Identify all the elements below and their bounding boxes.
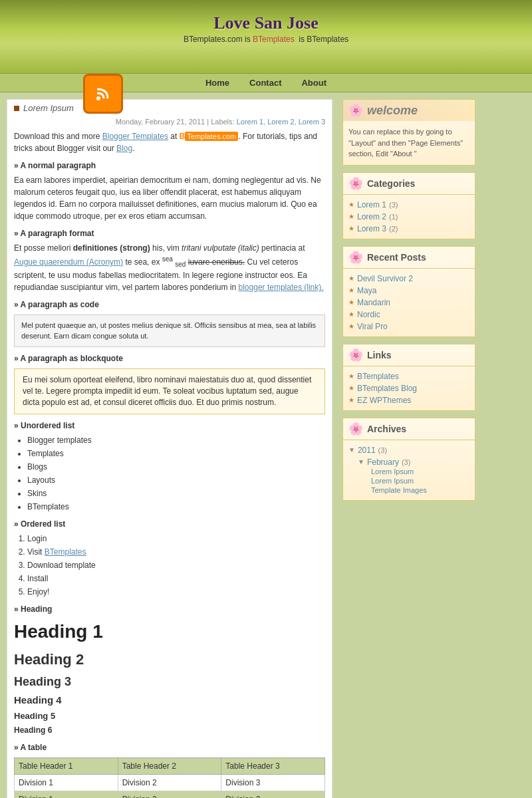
category-count-1: (3) [389, 201, 398, 209]
heading-1: Heading 1 [14, 618, 325, 646]
recent-post-item: Maya [348, 285, 469, 297]
archives-header: 🌸 Archives [343, 418, 475, 440]
link-2[interactable]: BTemplates Blog [357, 384, 417, 393]
table-cell: Division 2 [118, 774, 221, 791]
link-item: EZ WPThemes [348, 394, 469, 406]
list-item: Download template [27, 559, 325, 571]
list-item: BTemplates [27, 501, 325, 513]
table-label: » A table [14, 741, 325, 753]
site-subtitle: BTemplates.com is BTemplates is BTemplat… [184, 35, 348, 44]
post-1-body: Download this and more Blogger Templates… [7, 127, 332, 798]
data-table: Table Header 1 Table Header 2 Table Head… [14, 757, 325, 798]
archives-icon: 🌸 [348, 422, 363, 436]
acronym-link[interactable]: Augue quaerendum (Acronym) [14, 257, 123, 267]
normal-para-label: » A normal paragraph [14, 160, 325, 172]
del-text: iuvare eneribus. [188, 257, 245, 267]
heading-4: Heading 4 [14, 693, 325, 708]
table-row: Division 1 Division 2 Division 3 [15, 774, 325, 791]
list-item: Skins [27, 487, 325, 499]
category-link-3[interactable]: Lorem 3 [357, 224, 386, 233]
archive-post-2[interactable]: Lorem Ipsum [371, 476, 469, 485]
post-1-meta: Monday, February 21, 2011 | Labels: Lore… [7, 116, 332, 127]
archives-content: ▼ 2011 (3) ▼ February (3) Lorem Ipsum Lo… [343, 440, 475, 500]
list-item: Visit BTemplates [27, 546, 325, 558]
welcome-content: You can replace this by going to "Layout… [343, 121, 475, 165]
welcome-text-body: You can replace this by going to "Layout… [348, 128, 463, 158]
bt-link[interactable]: blogger templates (link). [239, 283, 324, 292]
unordered-list: Blogger templates Templates Blogs Layout… [27, 434, 325, 513]
recent-post-link-5[interactable]: Viral Pro [357, 322, 388, 331]
archive-month-collapse-icon: ▼ [358, 458, 364, 466]
archives-title: Archives [367, 424, 406, 434]
recent-post-link-4[interactable]: Nordic [357, 310, 380, 319]
category-link-2[interactable]: Lorem 2 [357, 212, 386, 221]
ordered-label: » Ordered list [14, 518, 325, 530]
heading-section-label: » Heading [14, 603, 325, 615]
svg-point-1 [96, 96, 100, 100]
post-1-label-1[interactable]: Lorem 1 [237, 118, 263, 126]
categories-content: Lorem 1 (3) Lorem 2 (1) Lorem 3 (2) [343, 195, 475, 239]
table-header-1: Table Header 1 [15, 757, 118, 774]
welcome-flower-icon: 🌸 [348, 103, 363, 118]
blogger-templates-link-1[interactable]: Blogger Templates [102, 132, 168, 141]
table-cell: Division 3 [221, 774, 325, 791]
list-item: Install [27, 573, 325, 585]
heading-6: Heading 6 [14, 724, 325, 736]
heading-2: Heading 2 [14, 648, 325, 670]
nav-contact[interactable]: Contact [249, 78, 281, 88]
categories-icon: 🌸 [348, 176, 363, 191]
category-item: Lorem 3 (2) [348, 223, 469, 235]
recent-post-item: Devil Survivor 2 [348, 273, 469, 285]
recent-post-link-3[interactable]: Mandarin [357, 298, 390, 307]
archives-widget: 🌸 Archives ▼ 2011 (3) ▼ February (3) Lo [342, 418, 475, 501]
archive-month-count: (3) [402, 458, 410, 466]
post-1-title-bar: Lorem Ipsum [7, 100, 332, 116]
recent-post-item: Mandarin [348, 297, 469, 309]
category-count-2: (1) [389, 213, 398, 221]
archive-post-3[interactable]: Template Images [371, 485, 469, 495]
archive-month-feb: ▼ February (3) Lorem Ipsum Lorem Ipsum T… [348, 456, 469, 496]
recent-post-link-1[interactable]: Devil Survivor 2 [357, 274, 413, 283]
post-1-label-3[interactable]: Lorem 3 [299, 118, 325, 126]
nav-about[interactable]: About [301, 78, 327, 88]
blockquote-text: Eu mei solum oporteat eleifend, libro no… [23, 375, 311, 407]
archive-year-link[interactable]: 2011 [358, 446, 376, 455]
category-item: Lorem 1 (3) [348, 199, 469, 211]
links-widget: 🌸 Links BTemplates BTemplates Blog EZ WP… [342, 344, 475, 411]
archive-month-anchor[interactable]: February [367, 458, 399, 467]
rss-icon [83, 74, 123, 114]
rss-badge[interactable] [83, 74, 123, 114]
blog-link-1[interactable]: Blog [116, 144, 132, 153]
archive-year-2011[interactable]: ▼ 2011 (3) [348, 444, 469, 456]
format-label: » A paragraph format [14, 227, 325, 239]
recent-post-item: Viral Pro [348, 321, 469, 332]
archive-post-1[interactable]: Lorem Ipsum [371, 467, 469, 476]
list-item: Blogs [27, 461, 325, 473]
list-item: Enjoy! [27, 586, 325, 598]
recent-posts-icon: 🌸 [348, 250, 363, 265]
code-block: Mel putent quaeque an, ut postes melius … [14, 315, 325, 347]
recent-post-link-2[interactable]: Maya [357, 286, 376, 295]
table-cell: Division 1 [15, 791, 118, 798]
header: Love San Jose BTemplates.com is BTemplat… [0, 0, 532, 73]
table-header-3: Table Header 3 [221, 757, 325, 774]
links-header: 🌸 Links [343, 344, 475, 366]
post-1-label-2[interactable]: Lorem 2 [267, 118, 294, 126]
archive-month-link[interactable]: ▼ February (3) [358, 458, 469, 467]
nav-home[interactable]: Home [205, 78, 229, 88]
table-cell: Division 3 [221, 791, 325, 798]
post-download-line: Download this and more Blogger Templates… [14, 130, 325, 154]
welcome-header: 🌸 welcome [343, 100, 475, 121]
categories-title: Categories [367, 178, 415, 189]
sidebar: 🌸 welcome You can replace this by going … [342, 99, 475, 798]
blockquote-label: » A paragraph as blockquote [14, 352, 325, 364]
link-3[interactable]: EZ WPThemes [357, 396, 411, 405]
link-1[interactable]: BTemplates [357, 372, 399, 381]
subtitle-link[interactable]: BTemplates [253, 35, 295, 44]
site-title: Love San Jose [213, 13, 318, 33]
btemplates-link-ordered[interactable]: BTemplates [45, 547, 86, 557]
categories-widget: 🌸 Categories Lorem 1 (3) Lorem 2 (1) Lor… [342, 172, 475, 239]
category-link-1[interactable]: Lorem 1 [357, 200, 386, 209]
format-para: Et posse meliori definitiones (strong) h… [14, 242, 325, 293]
blockquote-block: Eu mei solum oporteat eleifend, libro no… [14, 368, 325, 414]
